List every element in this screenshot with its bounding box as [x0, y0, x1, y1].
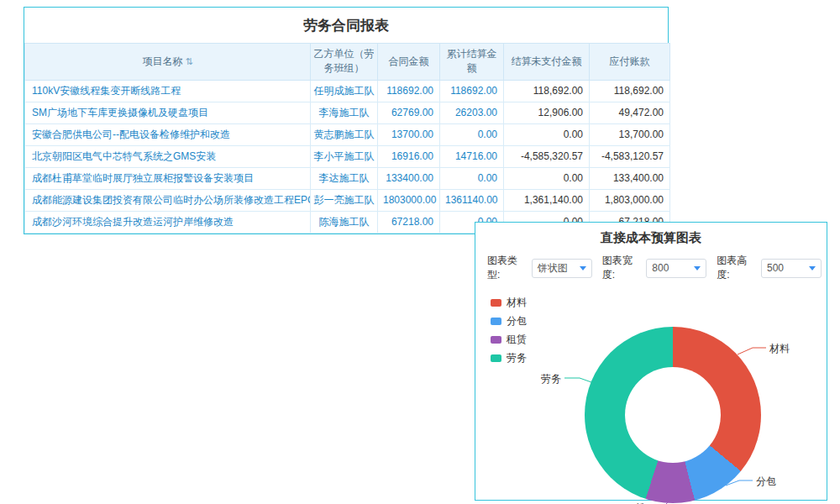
chart-legend: 材料 分包 租赁 劳务 — [491, 296, 527, 365]
chart-height-select[interactable]: 500 — [761, 259, 822, 278]
settled-amount-cell[interactable]: 14716.00 — [440, 145, 504, 167]
table-header-row: 项目名称⇅ 乙方单位（劳务班组） 合同金额 累计结算金额 结算未支付金额 应付账… — [25, 44, 670, 81]
chart-type-value: 饼状图 — [538, 261, 568, 276]
legend-item[interactable]: 租赁 — [491, 333, 527, 347]
settled-amount-cell[interactable]: 1361140.00 — [440, 189, 504, 211]
legend-item[interactable]: 劳务 — [491, 351, 527, 365]
unit-cell[interactable]: 李海施工队 — [311, 102, 378, 123]
unit-cell[interactable]: 任明成施工队 — [311, 80, 378, 102]
header-unpaid-amount: 结算未支付金额 — [504, 44, 590, 81]
header-settled-amount: 累计结算金额 — [440, 44, 504, 81]
chevron-down-icon — [809, 266, 816, 270]
legend-swatch — [491, 299, 501, 307]
legend-swatch — [491, 336, 501, 344]
unpaid-amount-cell: 1,361,140.00 — [504, 189, 590, 211]
header-contract-amount: 合同金额 — [378, 44, 440, 81]
chart-width-select[interactable]: 800 — [646, 259, 706, 278]
report-table: 项目名称⇅ 乙方单位（劳务班组） 合同金额 累计结算金额 结算未支付金额 应付账… — [24, 43, 670, 234]
legend-swatch — [491, 354, 501, 362]
table-row: SM广场地下车库更换摄像机及硬盘项目 李海施工队 62769.00 26203.… — [25, 102, 670, 123]
project-name-cell[interactable]: 安徽合肥供电公司--配电设备检修维护和改造 — [25, 123, 311, 145]
contract-amount-cell[interactable]: 133400.00 — [378, 167, 440, 189]
chart-controls: 图表类型: 饼状图 图表宽度: 800 图表高度: 500 — [475, 250, 827, 282]
contract-amount-cell[interactable]: 16916.00 — [378, 145, 440, 167]
chart-title: 直接成本预算图表 — [475, 223, 827, 250]
settled-amount-cell[interactable]: 118692.00 — [440, 80, 504, 102]
contract-amount-cell[interactable]: 13700.00 — [378, 123, 440, 145]
pie-label-subcontract: 分包 — [756, 475, 776, 489]
chart-width-label: 图表宽度: — [602, 254, 644, 282]
settled-amount-cell[interactable]: 0.00 — [440, 167, 504, 189]
table-row: 北京朝阳区电气中芯特气系统之GMS安装 李小平施工队 16916.00 1471… — [25, 145, 670, 167]
sort-icon[interactable]: ⇅ — [185, 56, 192, 66]
table-row: 安徽合肥供电公司--配电设备检修维护和改造 黄志鹏施工队 13700.00 0.… — [25, 123, 670, 145]
legend-swatch — [491, 318, 501, 325]
chart-width-value: 800 — [652, 262, 669, 274]
report-title: 劳务合同报表 — [24, 8, 668, 43]
unit-cell[interactable]: 陈海施工队 — [311, 211, 378, 233]
unpaid-amount-cell: 12,906.00 — [504, 102, 590, 123]
contract-amount-cell[interactable]: 118692.00 — [378, 80, 440, 102]
table-row: 110kV安徽线程集变开断线路工程 任明成施工队 118692.00 11869… — [25, 80, 670, 102]
donut-chart[interactable] — [585, 327, 761, 503]
chevron-down-icon — [580, 266, 586, 270]
project-name-cell[interactable]: 成都杜甫草堂临时展厅独立展柜报警设备安装项目 — [25, 167, 311, 189]
labor-contract-report-panel: 劳务合同报表 项目名称⇅ 乙方单位（劳务班组） 合同金额 累计结算金额 结算未支… — [24, 7, 669, 234]
legend-label: 分包 — [507, 314, 527, 328]
chart-type-select[interactable]: 饼状图 — [532, 259, 592, 278]
unpaid-amount-cell: 0.00 — [504, 167, 590, 189]
header-payable: 应付账款 — [590, 44, 670, 81]
unit-cell[interactable]: 李小平施工队 — [311, 145, 378, 167]
unpaid-amount-cell: 0.00 — [504, 123, 590, 145]
unit-cell[interactable]: 李达施工队 — [311, 167, 378, 189]
unpaid-amount-cell: -4,585,320.57 — [504, 145, 590, 167]
chart-height-control: 图表高度: 500 — [717, 254, 822, 282]
unit-cell[interactable]: 彭一亮施工队 — [311, 189, 378, 211]
chart-height-value: 500 — [767, 262, 784, 274]
pie-label-labor: 劳务 — [541, 372, 561, 386]
contract-amount-cell[interactable]: 62769.00 — [378, 102, 440, 123]
legend-item[interactable]: 材料 — [491, 296, 527, 310]
legend-label: 租赁 — [507, 333, 527, 347]
settled-amount-cell[interactable]: 0.00 — [440, 123, 504, 145]
legend-item[interactable]: 分包 — [491, 314, 527, 328]
unit-cell[interactable]: 黄志鹏施工队 — [311, 123, 378, 145]
chart-width-control: 图表宽度: 800 — [602, 254, 707, 282]
project-name-cell[interactable]: 北京朝阳区电气中芯特气系统之GMS安装 — [25, 145, 311, 167]
chart-type-control: 图表类型: 饼状图 — [487, 254, 592, 282]
payable-amount-cell: 118,692.00 — [590, 80, 670, 102]
project-name-cell[interactable]: SM广场地下车库更换摄像机及硬盘项目 — [25, 102, 311, 123]
project-name-cell[interactable]: 成都沙河环境综合提升改造运河护岸维修改造 — [25, 211, 311, 233]
legend-label: 劳务 — [507, 351, 527, 365]
legend-label: 材料 — [507, 296, 527, 310]
report-table-body: 110kV安徽线程集变开断线路工程 任明成施工队 118692.00 11869… — [25, 80, 670, 233]
pie-label-material: 材料 — [769, 342, 790, 356]
header-project[interactable]: 项目名称⇅ — [25, 44, 311, 81]
project-name-cell[interactable]: 成都能源建设集团投资有限公司临时办公场所装修改造工程EPC — [25, 189, 311, 211]
table-row: 成都能源建设集团投资有限公司临时办公场所装修改造工程EPC 彭一亮施工队 180… — [25, 189, 670, 211]
contract-amount-cell[interactable]: 1803000.00 — [378, 189, 440, 211]
project-name-cell[interactable]: 110kV安徽线程集变开断线路工程 — [25, 80, 311, 102]
chevron-down-icon — [694, 266, 701, 270]
payable-amount-cell: 13,700.00 — [590, 123, 670, 145]
table-row: 成都杜甫草堂临时展厅独立展柜报警设备安装项目 李达施工队 133400.00 0… — [25, 167, 670, 189]
pie-chart-area: 材料 分包 租赁 劳务 材料 分包 租赁 劳务 — [475, 287, 827, 504]
chart-panel: 直接成本预算图表 图表类型: 饼状图 图表宽度: 800 图表高度: 500 — [475, 222, 827, 501]
settled-amount-cell[interactable]: 26203.00 — [440, 102, 504, 123]
contract-amount-cell[interactable]: 67218.00 — [378, 211, 440, 233]
header-unit: 乙方单位（劳务班组） — [311, 44, 378, 81]
payable-amount-cell: 1,803,000.00 — [590, 189, 670, 211]
payable-amount-cell: 133,400.00 — [590, 167, 670, 189]
header-project-label: 项目名称 — [142, 55, 182, 67]
donut-hole — [625, 367, 721, 463]
payable-amount-cell: 49,472.00 — [590, 102, 670, 123]
payable-amount-cell: -4,583,120.57 — [590, 145, 670, 167]
chart-height-label: 图表高度: — [717, 254, 759, 282]
chart-type-label: 图表类型: — [487, 254, 529, 282]
unpaid-amount-cell: 118,692.00 — [504, 80, 590, 102]
